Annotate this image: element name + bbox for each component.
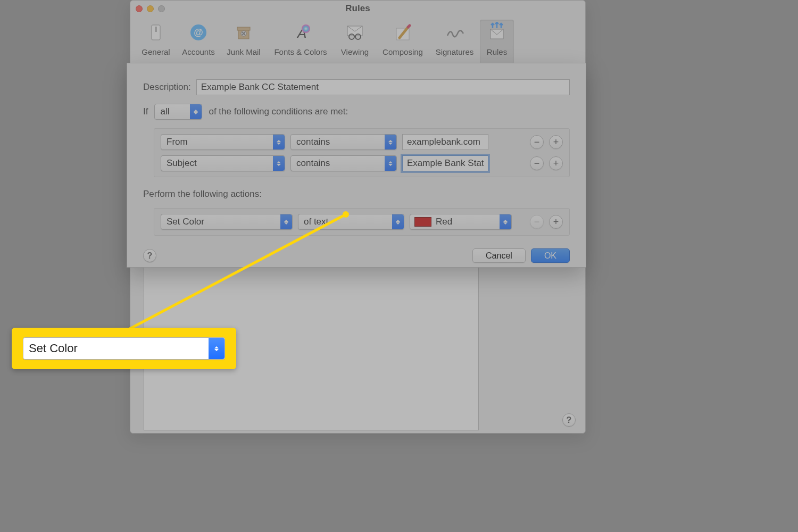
svg-rect-1 <box>155 27 157 32</box>
chevron-updown-icon <box>190 104 202 119</box>
ok-button[interactable]: OK <box>531 248 570 263</box>
if-suffix-label: of the following conditions are met: <box>209 106 348 117</box>
chevron-updown-icon <box>273 135 285 149</box>
preferences-toolbar: General @ Accounts Junk Mail A Fonts & C… <box>130 16 585 64</box>
condition-value-input[interactable] <box>402 155 488 171</box>
annotation-callout: Set Color <box>12 328 236 369</box>
action-type-popup[interactable]: Set Color <box>161 214 293 230</box>
cancel-button[interactable]: Cancel <box>472 248 526 263</box>
add-condition-button[interactable]: + <box>549 135 563 149</box>
toolbar-general[interactable]: General <box>135 20 177 64</box>
chevron-updown-icon <box>385 156 396 171</box>
junk-mail-icon <box>233 22 254 43</box>
toolbar-composing[interactable]: Composing <box>376 20 429 64</box>
if-mode-popup[interactable]: all <box>154 104 202 120</box>
add-action-button[interactable]: + <box>549 215 563 229</box>
window-title: Rules <box>130 3 585 14</box>
toolbar-fonts-colors[interactable]: A Fonts & Colors <box>268 20 334 64</box>
accounts-icon: @ <box>188 22 209 43</box>
help-button-window[interactable]: ? <box>562 413 576 427</box>
action-row: Set Color of text Red − + <box>161 214 563 230</box>
action-color-popup[interactable]: Red <box>410 214 512 230</box>
toolbar-rules[interactable]: Rules <box>480 20 514 64</box>
svg-point-8 <box>302 24 310 33</box>
description-input[interactable] <box>196 79 570 95</box>
condition-row: From contains − + <box>161 134 563 150</box>
remove-condition-button[interactable]: − <box>530 156 544 170</box>
composing-icon <box>392 22 413 43</box>
add-condition-button[interactable]: + <box>549 156 563 170</box>
description-row: Description: <box>143 79 570 95</box>
general-icon <box>145 22 167 43</box>
chevron-updown-icon <box>280 214 292 229</box>
signatures-icon <box>444 22 466 43</box>
toolbar-viewing[interactable]: Viewing <box>334 20 376 64</box>
toolbar-signatures[interactable]: Signatures <box>429 20 480 64</box>
svg-text:@: @ <box>194 27 203 38</box>
actions-group: Set Color of text Red − + <box>154 208 570 236</box>
rules-icon <box>486 22 508 43</box>
condition-op-popup[interactable]: contains <box>290 155 397 171</box>
fonts-colors-icon: A <box>290 22 311 43</box>
condition-value-input[interactable] <box>402 134 488 150</box>
condition-op-popup[interactable]: contains <box>290 134 397 150</box>
description-label: Description: <box>143 82 191 93</box>
condition-field-popup[interactable]: Subject <box>161 155 285 171</box>
conditions-group: From contains − + Subject contains − + <box>154 128 570 177</box>
remove-condition-button[interactable]: − <box>530 135 544 149</box>
callout-popup: Set Color <box>23 337 225 360</box>
help-button-sheet[interactable]: ? <box>143 249 156 262</box>
action-target-popup[interactable]: of text <box>298 214 404 230</box>
toolbar-junk-mail[interactable]: Junk Mail <box>220 20 268 64</box>
remove-action-button: − <box>530 215 544 229</box>
chevron-updown-icon <box>385 135 396 149</box>
toolbar-accounts[interactable]: @ Accounts <box>177 20 220 64</box>
titlebar: Rules <box>130 1 585 16</box>
chevron-updown-icon <box>392 214 404 229</box>
chevron-updown-icon <box>273 156 285 171</box>
rule-edit-sheet: Description: If all of the following con… <box>127 63 586 268</box>
viewing-icon <box>344 22 365 43</box>
condition-row: Subject contains − + <box>161 155 563 171</box>
condition-field-popup[interactable]: From <box>161 134 285 150</box>
if-label: If <box>143 106 148 117</box>
chevron-updown-icon <box>500 214 511 229</box>
chevron-updown-icon <box>209 338 225 359</box>
color-swatch-icon <box>414 217 431 227</box>
svg-rect-5 <box>237 27 250 30</box>
conditions-header-row: If all of the following conditions are m… <box>143 104 570 120</box>
actions-label: Perform the following actions: <box>143 189 570 200</box>
